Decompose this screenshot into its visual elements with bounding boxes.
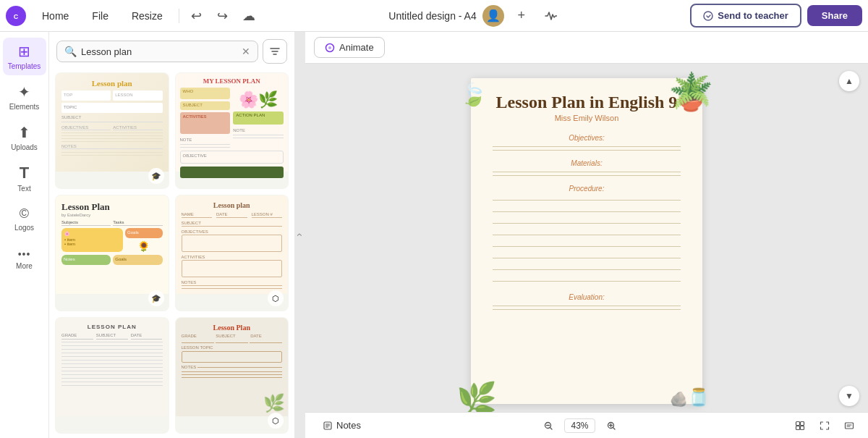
zoom-out-button[interactable]	[538, 416, 558, 436]
pot-decoration-bottom-right: 🫙	[688, 387, 710, 408]
nav-center: Untitled design - A4 👤 +	[263, 4, 688, 28]
animate-button[interactable]: Animate	[314, 37, 385, 58]
left-sidebar: ⊞ Templates ✦ Elements ⬆ Uploads T Text …	[0, 32, 49, 438]
sidebar-item-label: Uploads	[11, 143, 38, 151]
nav-right: Send to teacher Share	[690, 4, 862, 28]
canvas-toolbar: Animate	[305, 32, 868, 64]
procedure-label: Procedure:	[493, 185, 681, 193]
hide-panel-button[interactable]: ‹	[295, 32, 305, 438]
plant-decoration-bottom: 🌿	[456, 380, 497, 412]
materials-line-1	[493, 172, 681, 172]
canvas-content: 🍃 🪴 Lesson Plan in English 9 Miss Emily …	[305, 64, 868, 412]
logos-icon: ©	[20, 206, 29, 222]
zoom-in-button[interactable]	[601, 416, 621, 436]
page-grid-button[interactable]	[790, 416, 810, 436]
sidebar-item-label: Text	[17, 185, 30, 193]
svg-text:C: C	[14, 13, 19, 20]
evaluation-line-2	[493, 309, 681, 310]
lesson-plan-page[interactable]: 🍃 🪴 Lesson Plan in English 9 Miss Emily …	[471, 78, 702, 404]
sidebar-item-label: More	[16, 262, 33, 270]
activity-button[interactable]	[539, 4, 562, 28]
objectives-section: Objectives:	[493, 134, 681, 151]
file-button[interactable]: File	[82, 6, 119, 26]
template-card-5[interactable]: LESSON PLAN GRADE SUBJECT DATE	[55, 317, 169, 434]
sidebar-item-uploads[interactable]: ⬆ Uploads	[3, 119, 46, 156]
objectives-line-1	[493, 146, 681, 147]
redo-button[interactable]: ↪	[211, 4, 234, 28]
bottom-bar: Notes 43%	[305, 412, 868, 438]
card-badge-1: 🎓	[148, 168, 164, 184]
send-to-teacher-label: Send to teacher	[718, 10, 788, 21]
main-layout: ⊞ Templates ✦ Elements ⬆ Uploads T Text …	[0, 32, 868, 438]
sidebar-item-templates[interactable]: ⊞ Templates	[3, 38, 46, 75]
user-avatar[interactable]: 👤	[482, 5, 504, 27]
template-card-1[interactable]: Lesson plan TOP LESSON TOPIC SUBJECT OBJ…	[55, 72, 169, 189]
leaf-decoration-top: 🍃	[460, 82, 487, 107]
sidebar-item-elements[interactable]: ✦ Elements	[3, 78, 46, 116]
bottom-right	[790, 416, 859, 436]
card-badge-6: ⬡	[268, 413, 284, 429]
templates-panel: 🔍 ✕ Lesson plan TOP LESSON TOPIC	[49, 32, 295, 438]
filter-button[interactable]	[263, 39, 287, 64]
more-icon: •••	[18, 248, 31, 260]
evaluation-section: Evaluation:	[493, 293, 681, 310]
search-box: 🔍 ✕	[56, 41, 258, 62]
add-collaborator-button[interactable]: +	[510, 4, 533, 28]
objectives-line-2	[493, 150, 681, 151]
bottom-left: Notes	[314, 417, 370, 434]
template-card-6[interactable]: Lesson Plan GRADE SUBJECT DATE LESSON TO…	[175, 317, 289, 434]
stone-decoration: 🪨	[670, 390, 688, 408]
text-icon: T	[20, 164, 29, 182]
card-badge-4: ⬡	[268, 290, 284, 306]
svg-rect-9	[796, 426, 800, 429]
search-input[interactable]	[81, 46, 237, 57]
svg-rect-10	[801, 426, 804, 429]
scroll-up-button[interactable]: ▲	[839, 71, 859, 91]
resize-button[interactable]: Resize	[122, 6, 173, 26]
zoom-level[interactable]: 43%	[564, 418, 595, 433]
sidebar-item-text[interactable]: T Text	[3, 159, 46, 197]
fit-view-button[interactable]	[839, 416, 859, 436]
search-area: 🔍 ✕	[49, 32, 294, 68]
svg-rect-11	[846, 423, 854, 429]
share-button[interactable]: Share	[807, 5, 862, 26]
send-to-teacher-button[interactable]: Send to teacher	[690, 4, 801, 28]
evaluation-line-1	[493, 306, 681, 306]
notes-label: Notes	[336, 420, 361, 431]
procedure-section: Procedure:	[493, 185, 681, 285]
templates-icon: ⊞	[18, 43, 30, 60]
document-title: Untitled design - A4	[388, 10, 476, 22]
elements-icon: ✦	[18, 83, 30, 101]
materials-section: Materials:	[493, 159, 681, 176]
sidebar-item-logos[interactable]: © Logos	[3, 200, 46, 237]
plant-decoration-top: 🪴	[668, 71, 713, 113]
svg-rect-8	[801, 421, 804, 425]
sidebar-item-label: Elements	[9, 103, 40, 111]
search-icon: 🔍	[64, 46, 77, 57]
template-grid: Lesson plan TOP LESSON TOPIC SUBJECT OBJ…	[49, 68, 294, 438]
clear-search-icon[interactable]: ✕	[242, 46, 250, 57]
evaluation-label: Evaluation:	[493, 293, 681, 301]
home-button[interactable]: Home	[32, 6, 79, 26]
uploads-icon: ⬆	[18, 124, 30, 141]
sidebar-item-more[interactable]: ••• More	[3, 240, 46, 278]
page-header: Lesson Plan in English 9 Miss Emily Wils…	[493, 93, 681, 122]
template-card-2[interactable]: MY LESSON PLAN WHO SUBJECT ACTIVITIES NO…	[175, 72, 289, 189]
card-badge-3: 🎓	[148, 290, 164, 306]
fullscreen-button[interactable]	[814, 416, 835, 436]
bottom-center: 43%	[538, 416, 621, 436]
template-card-3[interactable]: Lesson Plan by EsteleDarcy Subjects Task…	[55, 195, 169, 311]
canvas-area: Animate ▲ 🍃 🪴 Lesson Plan in English 9 M…	[305, 32, 868, 438]
canva-logo[interactable]: C	[6, 6, 26, 26]
top-navigation: C Home File Resize ↩ ↪ ☁ Untitled design…	[0, 0, 868, 32]
procedure-lines	[493, 197, 681, 285]
undo-button[interactable]: ↩	[185, 4, 208, 28]
template-card-4[interactable]: Lesson plan NAME DATE LESSON # SUBJECT O…	[175, 195, 289, 311]
scroll-down-button[interactable]: ▼	[839, 386, 859, 406]
sidebar-item-label: Templates	[8, 62, 41, 70]
materials-label: Materials:	[493, 159, 681, 167]
save-cloud-button[interactable]: ☁	[237, 4, 260, 28]
sidebar-item-label: Logos	[14, 224, 34, 232]
notes-button[interactable]: Notes	[314, 417, 370, 434]
svg-rect-7	[796, 421, 800, 425]
